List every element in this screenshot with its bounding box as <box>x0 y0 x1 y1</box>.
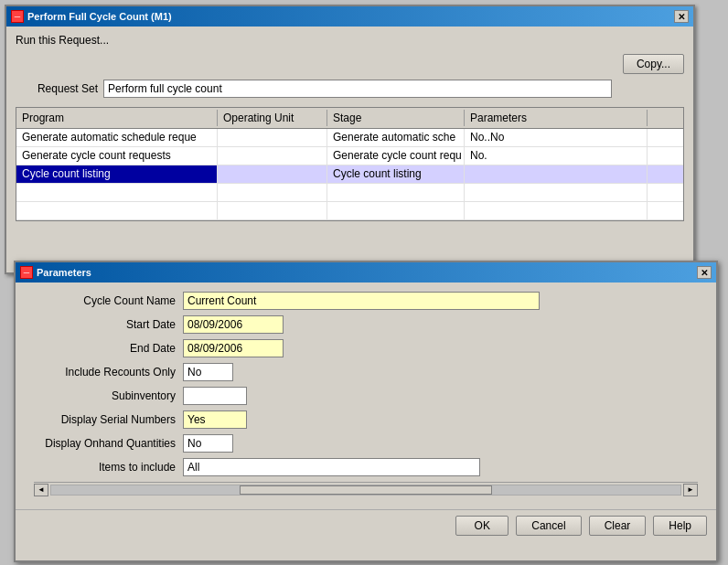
scroll-h-thumb[interactable] <box>240 485 491 495</box>
display-serial-label: Display Serial Numbers <box>34 413 176 426</box>
display-onhand-row: Display Onhand Quantities <box>34 434 698 453</box>
end-date-input[interactable] <box>183 339 284 357</box>
display-serial-input[interactable] <box>183 410 247 429</box>
row2-program: Cycle count listing <box>16 165 218 183</box>
table-header: Program Operating Unit Stage Parameters <box>16 108 683 129</box>
clear-button[interactable]: Clear <box>589 516 647 536</box>
items-include-label: Items to include <box>34 461 176 474</box>
params-button-row: OK Cancel Clear Help <box>16 509 716 541</box>
items-include-input[interactable] <box>183 458 480 476</box>
row1-program: Generate cycle count requests <box>16 147 218 165</box>
table-row[interactable]: Generate automatic schedule reque Genera… <box>16 129 683 147</box>
params-window: ─ Parameters ✕ Cycle Count Name Start Da… <box>14 261 718 562</box>
row2-ou <box>218 165 327 183</box>
cycle-count-name-row: Cycle Count Name <box>34 292 698 310</box>
row0-ou <box>218 129 327 146</box>
main-window-body: Run this Request... Copy... Request Set … <box>6 27 693 229</box>
request-set-input[interactable] <box>103 80 612 98</box>
main-window-icon: ─ <box>11 10 24 23</box>
col-scroll <box>648 110 666 126</box>
scroll-h-track[interactable] <box>50 485 681 496</box>
row4-program <box>16 202 218 219</box>
table-row[interactable]: Generate cycle count requests Generate c… <box>16 147 683 165</box>
params-window-icon: ─ <box>20 266 33 279</box>
params-title-bar: ─ Parameters ✕ <box>16 262 716 282</box>
params-title-left: ─ Parameters <box>20 266 91 279</box>
row4-scroll <box>648 202 666 219</box>
row1-scroll <box>648 147 666 165</box>
start-date-input[interactable] <box>183 315 284 334</box>
table-row[interactable] <box>16 202 683 220</box>
display-onhand-label: Display Onhand Quantities <box>34 437 176 450</box>
subinventory-label: Subinventory <box>34 389 176 402</box>
row4-ou <box>218 202 327 219</box>
items-include-row: Items to include <box>34 458 698 476</box>
copy-row: Copy... <box>16 54 684 74</box>
main-title-bar: ─ Perform Full Cycle Count (M1) ✕ <box>6 6 693 27</box>
main-close-button[interactable]: ✕ <box>674 10 689 23</box>
row3-program <box>16 184 218 201</box>
scroll-left-arrow[interactable]: ◄ <box>34 484 48 496</box>
row3-scroll <box>648 184 666 201</box>
row4-stage <box>327 202 465 219</box>
row1-stage: Generate cycle count requ <box>327 147 465 165</box>
scroll-right-arrow[interactable]: ► <box>683 484 698 496</box>
row1-ou <box>218 147 327 165</box>
run-request-label: Run this Request... <box>16 34 684 47</box>
start-date-label: Start Date <box>34 318 176 331</box>
end-date-label: End Date <box>34 342 176 355</box>
horizontal-scrollbar[interactable]: ◄ ► <box>34 482 698 496</box>
display-onhand-input[interactable] <box>183 434 233 453</box>
col-program: Program <box>16 110 218 126</box>
table-row[interactable] <box>16 184 683 202</box>
row4-params <box>465 202 648 219</box>
row2-params <box>465 165 648 183</box>
cycle-count-name-label: Cycle Count Name <box>34 294 176 307</box>
subinventory-input[interactable] <box>183 387 247 405</box>
include-recounts-label: Include Recounts Only <box>34 366 176 378</box>
copy-button[interactable]: Copy... <box>623 54 684 74</box>
include-recounts-input[interactable] <box>183 363 233 381</box>
col-operating-unit: Operating Unit <box>218 110 327 126</box>
row1-params: No. <box>465 147 648 165</box>
row0-scroll <box>648 129 666 146</box>
main-window: ─ Perform Full Cycle Count (M1) ✕ Run th… <box>5 5 695 274</box>
main-window-title: Perform Full Cycle Count (M1) <box>27 11 172 22</box>
display-serial-row: Display Serial Numbers <box>34 410 698 429</box>
row2-scroll <box>648 165 666 183</box>
help-button[interactable]: Help <box>653 516 707 536</box>
start-date-row: Start Date <box>34 315 698 334</box>
table-body: Generate automatic schedule reque Genera… <box>16 129 683 220</box>
include-recounts-row: Include Recounts Only <box>34 363 698 381</box>
row0-stage: Generate automatic sche <box>327 129 465 146</box>
title-bar-left: ─ Perform Full Cycle Count (M1) <box>11 10 172 23</box>
cycle-count-name-input[interactable] <box>183 292 540 310</box>
request-set-row: Request Set <box>16 80 684 98</box>
table-row-selected[interactable]: Cycle count listing Cycle count listing <box>16 165 683 184</box>
cancel-button[interactable]: Cancel <box>516 516 581 536</box>
params-close-button[interactable]: ✕ <box>697 266 712 279</box>
program-table: Program Operating Unit Stage Parameters … <box>16 107 684 221</box>
row3-params <box>465 184 648 201</box>
row3-ou <box>218 184 327 201</box>
subinventory-row: Subinventory <box>34 387 698 405</box>
ok-button[interactable]: OK <box>455 516 509 536</box>
params-body: Cycle Count Name Start Date End Date Inc… <box>16 282 716 509</box>
row0-params: No..No <box>465 129 648 146</box>
col-parameters: Parameters <box>465 110 648 126</box>
col-stage: Stage <box>327 110 465 126</box>
params-window-title: Parameters <box>37 267 91 278</box>
row2-stage: Cycle count listing <box>327 165 465 183</box>
request-set-label: Request Set <box>16 82 98 95</box>
row3-stage <box>327 184 465 201</box>
row0-program: Generate automatic schedule reque <box>16 129 218 146</box>
end-date-row: End Date <box>34 339 698 357</box>
